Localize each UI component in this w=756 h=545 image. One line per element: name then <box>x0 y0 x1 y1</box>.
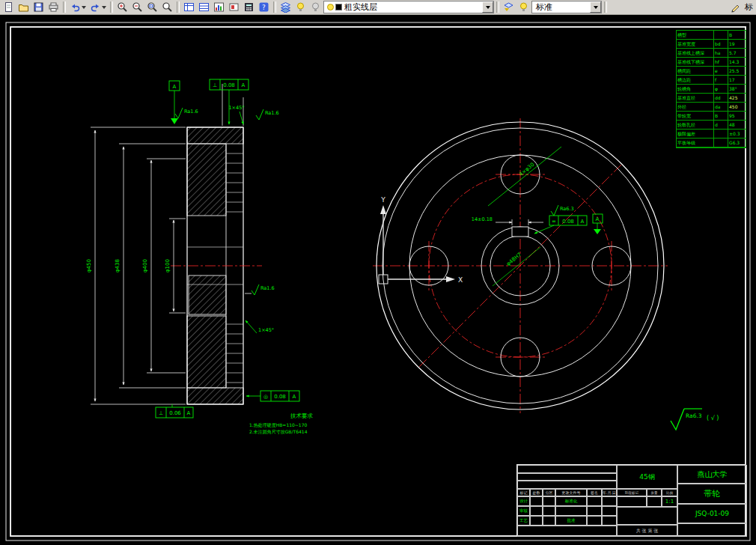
tech-req-line: 2.未注圆角尺寸按GB/T6414 <box>249 428 354 435</box>
table-row: 基准直径dd425 <box>677 94 746 103</box>
svg-text:Ra1.6: Ra1.6 <box>184 109 198 115</box>
svg-text:0.08: 0.08 <box>562 219 574 225</box>
table-row: 轮槽角φ38° <box>677 85 746 94</box>
svg-text:Y: Y <box>380 196 385 204</box>
redo-dropdown-icon[interactable] <box>102 6 106 9</box>
tech-req-line: 1.热处理硬度HB=110~170 <box>249 421 354 428</box>
toolbar-separator <box>63 1 66 13</box>
drawing-canvas[interactable]: φ450 φ438 φ400 φ100 ⊥ 0.08 A A Ra1.6 1×4… <box>0 15 756 545</box>
tech-req-title: 技术要求 <box>249 412 354 420</box>
layer-combo-dropdown-icon[interactable] <box>482 1 493 13</box>
new-icon[interactable] <box>1 1 16 13</box>
ole-object-icon[interactable] <box>227 1 241 13</box>
style-combo-value: 标准 <box>534 1 590 13</box>
undo-icon[interactable] <box>68 1 88 13</box>
toolbar-separator <box>604 1 607 13</box>
svg-text:1×45°: 1×45° <box>258 327 274 333</box>
svg-text:φ450: φ450 <box>86 259 92 272</box>
table-row: 轮毂孔径d48 <box>677 121 746 130</box>
layer-states-bulb-icon[interactable] <box>516 1 531 13</box>
svg-text:0.06: 0.06 <box>169 410 181 416</box>
roughness-check-icon <box>175 108 183 118</box>
calculator-icon[interactable] <box>242 1 256 13</box>
technical-requirements: 技术要求 1.热处理硬度HB=110~170 2.未注圆角尺寸按GB/T6414 <box>249 412 354 435</box>
parameter-table: 槽型B 基准宽度bd19 基准线上槽深ha5.7 基准线下槽深hf14.3 槽间… <box>676 30 746 148</box>
zoom-extents-icon[interactable] <box>160 1 174 13</box>
svg-text:=: = <box>552 219 556 225</box>
section-dim-labels: φ450 φ438 φ400 φ100 <box>86 259 171 272</box>
svg-text:Ra1.6: Ra1.6 <box>260 285 275 291</box>
layers-icon[interactable] <box>278 1 293 13</box>
zoom-window-icon[interactable] <box>145 1 159 13</box>
table-row: 平衡等级G6.3 <box>677 138 746 147</box>
redo-icon[interactable] <box>88 1 108 13</box>
svg-text:0.08: 0.08 <box>223 82 235 88</box>
drawing-frame <box>6 22 750 541</box>
layer-combo-value: 粗实线层 <box>342 1 482 13</box>
table-row: 槽间距e25.5 <box>677 67 746 76</box>
table-row: 基准线下槽深hf14.3 <box>677 58 746 67</box>
open-icon[interactable] <box>16 1 31 13</box>
layer-color-swatch <box>335 4 342 10</box>
svg-text:A: A <box>173 84 177 90</box>
save-icon[interactable] <box>31 1 46 13</box>
sheet-set-icon[interactable] <box>197 1 211 13</box>
title-block: 标记 处数 分区 更改文件号 签名 年.月.日 设计 标准化 审核 工艺 批准 … <box>516 464 746 536</box>
clipped-toolbar-label: 标 <box>743 1 755 13</box>
svg-text:A: A <box>187 410 191 416</box>
table-row: 基准宽度bd19 <box>677 40 746 49</box>
organization-field: 燕山大学 <box>677 465 747 484</box>
main-toolbar: ? 粗实线层 标准 标 <box>0 0 756 15</box>
svg-text:Ra6.3: Ra6.3 <box>686 412 702 419</box>
layer-off-bulb-icon[interactable] <box>308 1 323 13</box>
layout-chart-icon[interactable] <box>212 1 226 13</box>
layer-state-bulb-icon <box>327 4 334 10</box>
svg-text:14±0.18: 14±0.18 <box>472 216 493 222</box>
svg-text:( √ ): ( √ ) <box>707 415 719 421</box>
svg-text:X: X <box>458 276 463 284</box>
roughness-check-icon <box>551 205 558 216</box>
toolbar-separator <box>110 1 113 13</box>
style-combo-dropdown-icon[interactable] <box>590 1 601 13</box>
layer-previous-icon[interactable] <box>502 1 516 13</box>
svg-text:⊥: ⊥ <box>213 82 217 88</box>
zoom-out-icon[interactable] <box>130 1 144 13</box>
zoom-in-icon[interactable] <box>115 1 129 13</box>
pen-style-icon[interactable] <box>728 1 743 13</box>
svg-text:Ra6.3: Ra6.3 <box>560 206 574 212</box>
part-name-field: 带轮 <box>677 484 747 504</box>
svg-text:φ100: φ100 <box>165 259 171 272</box>
section-view <box>171 127 262 404</box>
layer-on-bulb-icon[interactable] <box>293 1 308 13</box>
svg-text:Ra1.6: Ra1.6 <box>265 110 279 116</box>
toolbar-separator <box>177 1 180 13</box>
svg-text:φ400: φ400 <box>142 259 148 272</box>
surface-finish-note: Ra6.3 ( √ ) <box>671 409 719 430</box>
tolerance-frame-top: ⊥ 0.08 A <box>210 79 249 124</box>
toolbar-separator <box>496 1 499 13</box>
tolerance-frame-bottom-left: ⊥ 0.06 A <box>156 404 193 418</box>
svg-text:⊥: ⊥ <box>159 410 163 416</box>
help-icon[interactable]: ? <box>257 1 271 13</box>
tolerance-frame-bottom-right: ◎ 0.08 A <box>246 391 299 401</box>
sheet-info: 共 张 第 张 <box>617 525 677 537</box>
table-row: 槽边距f17 <box>677 76 746 85</box>
layer-combo[interactable]: 粗实线层 <box>323 1 494 13</box>
svg-text:?: ? <box>262 4 266 11</box>
keyway <box>512 227 528 237</box>
style-combo[interactable]: 标准 <box>531 1 602 13</box>
print-icon[interactable] <box>46 1 61 13</box>
toolbar-separator <box>273 1 276 13</box>
svg-text:0.08: 0.08 <box>274 394 286 400</box>
front-centerlines <box>373 118 668 413</box>
svg-text:φ438: φ438 <box>115 259 121 272</box>
front-view <box>373 118 668 413</box>
scale-field: 1:1 <box>662 496 677 507</box>
named-views-icon[interactable] <box>182 1 196 13</box>
svg-text:A: A <box>581 219 585 225</box>
roughness-check-icon <box>256 109 263 120</box>
svg-text:A: A <box>242 82 246 88</box>
svg-text:A: A <box>293 394 296 400</box>
table-row: 带轮宽B95 <box>677 112 746 121</box>
undo-dropdown-icon[interactable] <box>82 6 86 9</box>
